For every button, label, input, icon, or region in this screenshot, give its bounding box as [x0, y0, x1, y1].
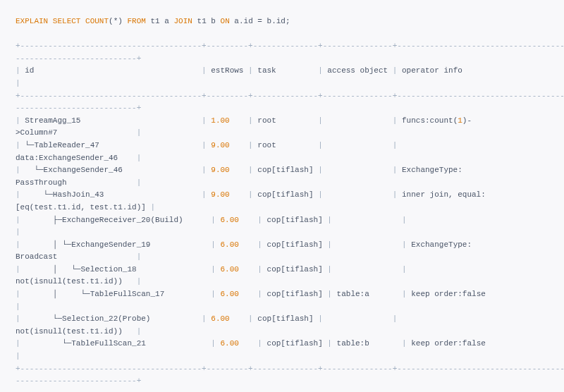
row-selection22: | └─Selection_22(Probe) | 6.00 | cop[tif…: [16, 314, 402, 336]
row-streamagg: | StreamAgg_15 | 1.00 | root | | funcs:c…: [16, 116, 472, 137]
row-exchangereceiver20: | ├─ExchangeReceiver_20(Build) | 6.00 | …: [16, 216, 411, 237]
row-exchangesender46: | └─ExchangeSender_46 | 9.00 | cop[tifla…: [16, 166, 467, 187]
row-exchangesender19: | │ └─ExchangeSender_19 | 6.00 | cop[tif…: [16, 240, 477, 262]
separator-mid: +---------------------------------------…: [16, 92, 564, 100]
row-tablefullscan21: | └─TableFullScan_21 | 6.00 | cop[tiflas…: [16, 339, 504, 360]
row-selection18: | │ └─Selection_18 | 6.00 | cop[tiflash]…: [16, 265, 411, 286]
row-tablereader: | └─TableReader_47 | 9.00 | root | | dat…: [16, 141, 402, 162]
header-row: | id | estRows | task | access object | …: [16, 66, 495, 87]
sql-explain-output: EXPLAIN SELECT COUNT(*) FROM t1 a JOIN t…: [0, 0, 564, 392]
separator-bottom: +---------------------------------------…: [16, 365, 564, 373]
row-hashjoin: | └─HashJoin_43 | 9.00 | cop[tiflash] | …: [16, 190, 486, 212]
row-tablefullscan17: | │ └─TableFullScan_17 | 6.00 | cop[tifl…: [16, 290, 504, 311]
query-line: EXPLAIN SELECT COUNT(*) FROM t1 a JOIN t…: [16, 17, 290, 25]
separator-top: +---------------------------------------…: [16, 42, 564, 50]
